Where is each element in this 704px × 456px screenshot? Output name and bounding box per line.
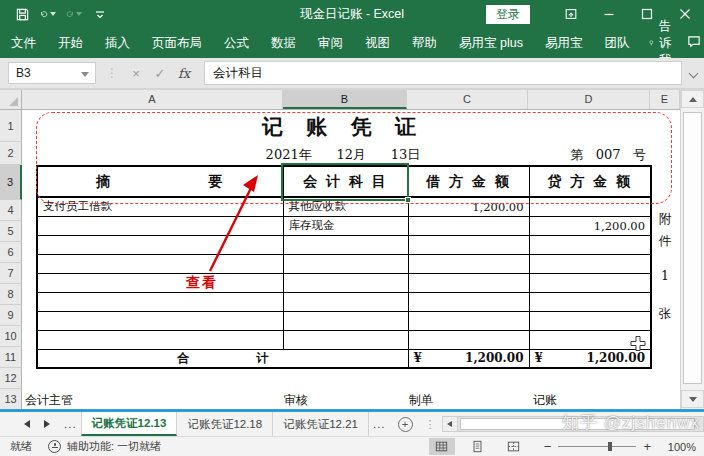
tab-yiyongbao[interactable]: 易用宝 xyxy=(534,28,594,58)
tab-review[interactable]: 审阅 xyxy=(307,28,354,58)
vertical-scrollbar[interactable] xyxy=(680,90,704,410)
zoom-slider[interactable] xyxy=(558,446,636,447)
header-credit-cell[interactable]: 贷 方 金 额 xyxy=(529,166,651,197)
active-cell-selection[interactable] xyxy=(281,163,409,201)
debit-cell[interactable] xyxy=(408,273,529,292)
total-label-cell[interactable]: 合 计 xyxy=(37,349,408,368)
scroll-down-button[interactable] xyxy=(681,390,704,408)
total-debit-cell[interactable]: ¥1,200.00 xyxy=(408,349,529,368)
page-layout-view-button[interactable] xyxy=(465,438,491,455)
sheet-tab[interactable]: 记账凭证12.18 xyxy=(177,412,273,436)
page-break-preview-button[interactable] xyxy=(501,438,527,455)
debit-cell[interactable]: 1,200.00 xyxy=(408,197,529,216)
tab-insert[interactable]: 插入 xyxy=(94,28,141,58)
debit-cell[interactable] xyxy=(408,330,529,349)
zoom-slider-thumb[interactable] xyxy=(608,442,612,451)
prev-sheet-icon[interactable] xyxy=(24,420,30,428)
undo-dropdown-icon[interactable] xyxy=(50,12,56,16)
summary-cell[interactable] xyxy=(37,235,283,254)
summary-cell[interactable]: 支付员工借款 xyxy=(37,197,283,216)
row-header-2[interactable]: 2 xyxy=(0,142,22,165)
login-button[interactable]: 登录 xyxy=(486,5,530,24)
debit-cell[interactable] xyxy=(408,311,529,330)
row-header-6[interactable]: 6 xyxy=(0,242,22,263)
account-cell[interactable] xyxy=(283,254,408,273)
summary-cell[interactable] xyxy=(37,216,283,235)
tab-file[interactable]: 文件 xyxy=(0,28,47,58)
minimize-button[interactable] xyxy=(590,0,628,28)
credit-cell[interactable] xyxy=(529,254,651,273)
cancel-entry-icon[interactable]: × xyxy=(124,66,148,81)
vertical-scroll-thumb[interactable] xyxy=(683,112,702,384)
tab-home[interactable]: 开始 xyxy=(47,28,94,58)
fill-handle[interactable] xyxy=(405,197,411,203)
customize-toolbar-icon[interactable] xyxy=(92,6,108,22)
new-sheet-button[interactable]: + xyxy=(398,417,413,432)
credit-cell[interactable]: 1,200.00 xyxy=(529,216,651,235)
summary-cell[interactable] xyxy=(37,330,283,349)
row-header-13[interactable]: 13 xyxy=(0,389,22,410)
account-cell[interactable] xyxy=(283,311,408,330)
row-header-5[interactable]: 5 xyxy=(0,221,22,242)
credit-cell[interactable] xyxy=(529,330,651,349)
account-cell[interactable] xyxy=(283,273,408,292)
zoom-level[interactable]: 100% xyxy=(666,441,704,453)
summary-cell[interactable] xyxy=(37,292,283,311)
row-header-1[interactable]: 1 xyxy=(0,110,22,142)
credit-cell[interactable] xyxy=(529,311,651,330)
next-sheet-icon[interactable] xyxy=(44,420,50,428)
credit-cell[interactable] xyxy=(529,235,651,254)
account-cell[interactable]: 库存现金 xyxy=(283,216,408,235)
name-box[interactable]: B3 xyxy=(8,62,96,84)
tab-view[interactable]: 视图 xyxy=(354,28,401,58)
left-overflow[interactable]: ... xyxy=(60,418,81,430)
column-header-b[interactable]: B xyxy=(283,90,407,109)
redo-icon[interactable] xyxy=(66,6,82,22)
tab-formulas[interactable]: 公式 xyxy=(213,28,260,58)
credit-cell[interactable] xyxy=(529,292,651,311)
column-header-c[interactable]: C xyxy=(407,90,528,109)
ribbon-display-options-icon[interactable] xyxy=(552,0,590,28)
debit-cell[interactable] xyxy=(408,292,529,311)
row-header-8[interactable]: 8 xyxy=(0,284,22,305)
sheet-tab-active[interactable]: 记账凭证12.13 xyxy=(81,412,178,436)
column-header-a[interactable]: A xyxy=(22,90,283,109)
header-summary-cell[interactable]: 摘 要 xyxy=(37,166,283,197)
enter-entry-icon[interactable]: ✓ xyxy=(148,66,172,81)
account-cell[interactable] xyxy=(283,292,408,311)
row-header-12[interactable]: 12 xyxy=(0,368,22,389)
normal-view-button[interactable] xyxy=(429,438,455,455)
row-header-9[interactable]: 9 xyxy=(0,305,22,326)
credit-cell[interactable] xyxy=(529,273,651,292)
tab-help[interactable]: 帮助 xyxy=(401,28,448,58)
tab-page-layout[interactable]: 页面布局 xyxy=(141,28,213,58)
account-cell[interactable] xyxy=(283,235,408,254)
row-header-7[interactable]: 7 xyxy=(0,263,22,284)
zoom-in-button[interactable]: + xyxy=(636,439,658,454)
account-cell[interactable] xyxy=(283,330,408,349)
select-all-corner[interactable] xyxy=(0,90,22,109)
summary-cell[interactable] xyxy=(37,254,283,273)
credit-cell[interactable] xyxy=(529,197,651,216)
total-credit-cell[interactable]: ¥1,200.00 xyxy=(529,349,651,368)
row-header-10[interactable]: 10 xyxy=(0,326,22,347)
right-overflow[interactable]: ... xyxy=(369,418,390,430)
zoom-out-button[interactable]: − xyxy=(537,439,559,454)
debit-cell[interactable] xyxy=(408,235,529,254)
summary-cell[interactable] xyxy=(37,311,283,330)
tab-team[interactable]: 团队 xyxy=(593,28,640,58)
name-box-dropdown-icon[interactable] xyxy=(81,72,89,77)
comments-icon[interactable] xyxy=(686,34,702,52)
row-header-3[interactable]: 3 xyxy=(0,165,22,200)
tab-yiyongbao-plus[interactable]: 易用宝 plus xyxy=(448,28,534,58)
row-header-4[interactable]: 4 xyxy=(0,200,22,221)
debit-cell[interactable] xyxy=(408,216,529,235)
redo-dropdown-icon[interactable] xyxy=(76,12,82,16)
summary-cell[interactable] xyxy=(37,273,283,292)
formula-input[interactable]: 会计科目 xyxy=(204,61,682,85)
debit-cell[interactable] xyxy=(408,254,529,273)
sheet-tab[interactable]: 记账凭证12.21 xyxy=(273,412,369,436)
header-debit-cell[interactable]: 借 方 金 额 xyxy=(408,166,529,197)
column-header-e[interactable]: E xyxy=(650,90,680,109)
column-header-d[interactable]: D xyxy=(528,90,650,109)
